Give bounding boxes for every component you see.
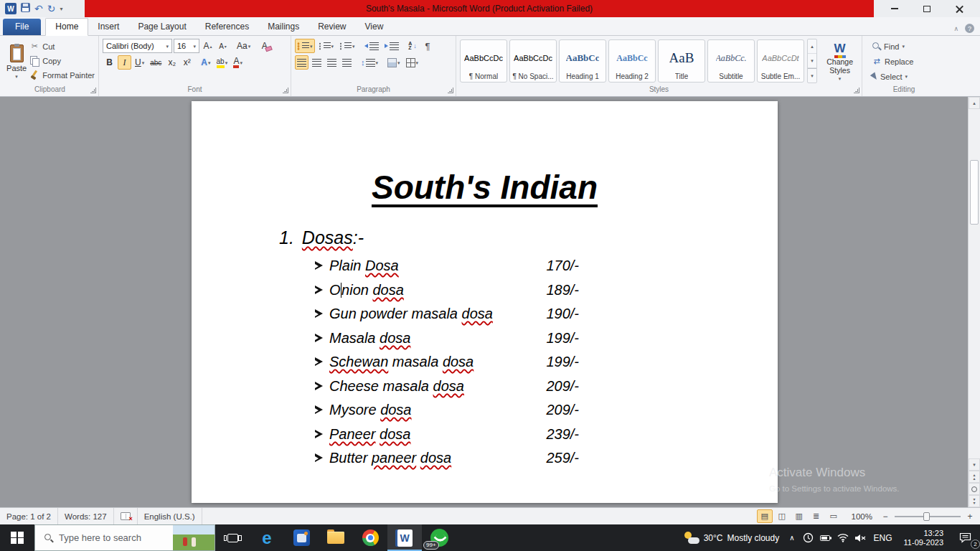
tab-home[interactable]: Home (45, 18, 88, 36)
task-view-button[interactable] (215, 524, 250, 551)
previous-page-button[interactable]: ▴▴ (969, 471, 980, 483)
font-dialog-launcher[interactable] (283, 88, 288, 93)
grow-font-button[interactable]: A▴ (201, 39, 215, 53)
tray-battery-button[interactable] (817, 524, 834, 551)
zoom-out-button[interactable]: − (880, 511, 891, 522)
language-indicator[interactable]: English (U.S.) (138, 508, 202, 524)
style-subtle-em[interactable]: AaBbCcDtSubtle Em... (757, 39, 804, 83)
language-indicator-taskbar[interactable]: ENG (869, 524, 897, 551)
underline-button[interactable]: U▾ (133, 55, 146, 70)
scroll-down-button[interactable]: ▾ (969, 458, 980, 471)
app-button[interactable] (284, 524, 319, 551)
undo-button[interactable]: ↶ (34, 4, 43, 14)
tray-network-button[interactable] (834, 524, 852, 551)
show-hide-paragraph-button[interactable]: ¶ (421, 39, 435, 53)
qat-customize-caret-icon[interactable]: ▾ (60, 6, 62, 12)
search-highlight-image[interactable] (173, 525, 215, 550)
start-button[interactable] (0, 524, 34, 551)
font-family-select[interactable]: Calibri (Body) ▾ (103, 39, 172, 53)
zoom-in-button[interactable]: + (964, 511, 976, 522)
cut-button[interactable]: ✂ Cut (29, 39, 95, 53)
maximize-button[interactable] (915, 1, 938, 16)
next-page-button[interactable]: ▾▾ (969, 495, 980, 507)
clock[interactable]: 13:23 11-09-2023 (897, 524, 950, 551)
vertical-scrollbar[interactable]: ▴ ▾ ▴▴ ▾▾ (968, 97, 980, 507)
outline-view-button[interactable]: ≣ (809, 509, 824, 523)
page-indicator[interactable]: Page: 1 of 2 (0, 508, 58, 524)
sort-button[interactable]: AZ↓ (406, 39, 420, 53)
select-browse-object-button[interactable] (969, 483, 980, 495)
document-page[interactable]: South's Indian 1.Dosas:- Plain Dosa170/-… (192, 101, 778, 503)
tab-page-layout[interactable]: Page Layout (128, 19, 195, 35)
align-right-button[interactable] (325, 55, 339, 70)
redo-button[interactable]: ↻ (47, 4, 56, 14)
print-layout-button[interactable]: ▤ (757, 509, 773, 523)
align-left-button[interactable] (295, 55, 308, 70)
full-screen-reading-button[interactable]: ◫ (774, 509, 790, 523)
tray-volume-button[interactable] (852, 524, 869, 551)
styles-scroll-up-button[interactable]: ▴ (808, 39, 816, 54)
replace-button[interactable]: ⇄ Replace (872, 55, 936, 68)
tab-review[interactable]: Review (308, 19, 355, 35)
shrink-font-button[interactable]: A▾ (216, 39, 230, 53)
superscript-button[interactable]: x² (180, 55, 194, 70)
styles-more-button[interactable]: ▾ (808, 68, 816, 83)
clear-formatting-button[interactable]: A (258, 39, 271, 53)
align-center-button[interactable] (310, 55, 324, 70)
paste-button[interactable]: Paste ▾ (5, 39, 28, 84)
style-normal[interactable]: AaBbCcDc¶ Normal (460, 39, 507, 83)
zoom-level[interactable]: 100% (843, 512, 878, 521)
minimize-button[interactable] (883, 1, 906, 16)
taskbar-search[interactable] (34, 524, 215, 551)
styles-scroll-down-button[interactable]: ▾ (808, 54, 816, 68)
bold-button[interactable]: B (103, 55, 116, 70)
paragraph-dialog-launcher[interactable] (448, 88, 453, 93)
justify-button[interactable] (340, 55, 354, 70)
tab-references[interactable]: References (196, 19, 258, 35)
style-heading-2[interactable]: AaBbCcHeading 2 (608, 39, 656, 83)
whatsapp-button[interactable]: 99+ (422, 524, 456, 551)
styles-dialog-launcher[interactable] (854, 88, 859, 93)
font-color-button[interactable]: A▾ (231, 55, 245, 70)
scroll-thumb[interactable] (970, 160, 979, 225)
edge-button[interactable]: e (250, 524, 284, 551)
tab-mailings[interactable]: Mailings (258, 19, 308, 35)
decrease-indent-button[interactable] (362, 39, 381, 53)
style-heading-1[interactable]: AaBbCcHeading 1 (559, 39, 606, 83)
find-button[interactable]: Find ▾ (872, 39, 936, 53)
change-styles-button[interactable]: W Change Styles ▾ (821, 39, 858, 84)
word-logo-icon[interactable]: W (5, 3, 17, 14)
clipboard-dialog-launcher[interactable] (90, 88, 96, 93)
file-explorer-button[interactable] (319, 524, 353, 551)
numbering-button[interactable]: ▾ (316, 39, 336, 53)
web-layout-button[interactable]: ▥ (791, 509, 807, 523)
tray-clock-button[interactable] (800, 524, 817, 551)
tab-file[interactable]: File (3, 19, 41, 35)
tray-expand-button[interactable]: ∧ (784, 524, 799, 551)
zoom-slider[interactable] (895, 510, 961, 523)
action-center-button[interactable]: 2 (950, 524, 980, 551)
search-input[interactable] (59, 532, 167, 543)
close-button[interactable] (948, 1, 971, 16)
style-subtitle[interactable]: AaBbCc.Subtitle (707, 39, 755, 83)
scroll-up-button[interactable]: ▴ (969, 97, 980, 109)
multilevel-list-button[interactable]: ▾ (337, 39, 357, 53)
minimize-ribbon-icon[interactable]: ∧ (953, 25, 958, 32)
chrome-button[interactable] (353, 524, 387, 551)
strikethrough-button[interactable]: abc (148, 55, 164, 70)
borders-button[interactable]: ▾ (404, 55, 421, 70)
style-title[interactable]: AaBTitle (658, 39, 705, 83)
word-count[interactable]: Words: 127 (58, 508, 114, 524)
help-icon[interactable]: ? (965, 24, 974, 33)
select-button[interactable]: Select ▾ (872, 70, 936, 83)
italic-button[interactable]: I (118, 55, 131, 70)
word-taskbar-button[interactable]: W (387, 524, 422, 551)
zoom-slider-thumb[interactable] (923, 512, 930, 521)
bullets-button[interactable]: ▾ (295, 39, 315, 53)
style-no-spaci[interactable]: AaBbCcDc¶ No Spaci... (509, 39, 557, 83)
format-painter-button[interactable]: Format Painter (29, 68, 95, 82)
tab-view[interactable]: View (356, 19, 393, 35)
change-case-button[interactable]: Aa▾ (235, 39, 253, 53)
proofing-status[interactable]: × (114, 508, 138, 524)
shading-button[interactable]: ▾ (385, 55, 402, 70)
